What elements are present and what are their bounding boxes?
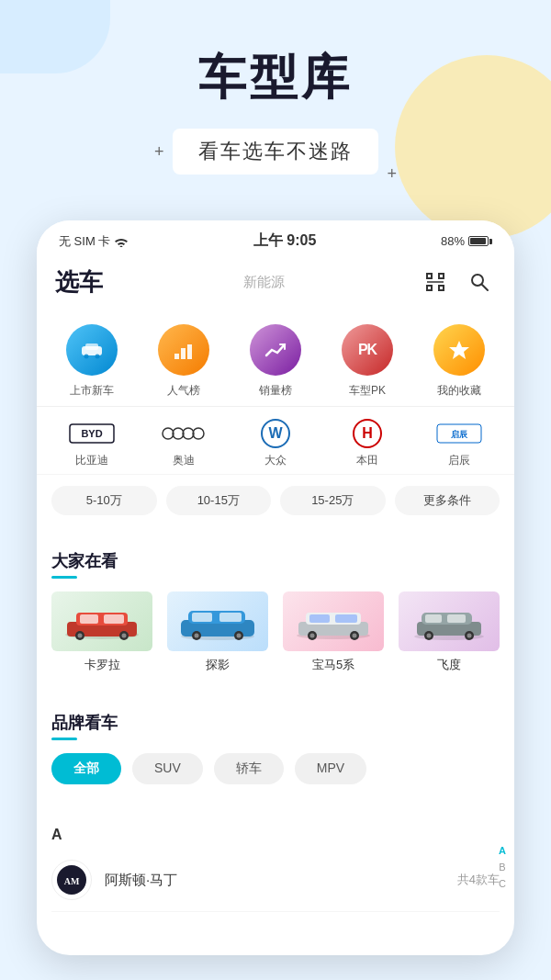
svg-text:H: H xyxy=(362,425,373,441)
filter-row: 5-10万 10-15万 15-25万 更多条件 xyxy=(37,474,514,526)
honda-name: 本田 xyxy=(356,453,378,468)
alpha-C[interactable]: C xyxy=(496,876,509,891)
favorites-label: 我的收藏 xyxy=(437,383,481,399)
nav-title: 选车 xyxy=(55,266,103,299)
svg-rect-2 xyxy=(439,274,444,278)
tab-mpv[interactable]: MPV xyxy=(295,753,366,784)
car-item-fit[interactable]: 飞度 xyxy=(399,591,500,673)
tab-all[interactable]: 全部 xyxy=(51,753,121,784)
corolla-name: 卡罗拉 xyxy=(84,657,120,673)
alpha-A[interactable]: A xyxy=(496,843,509,858)
tab-sedan[interactable]: 轿车 xyxy=(214,753,284,784)
subtitle-text: 看车选车不迷路 xyxy=(198,140,353,163)
svg-rect-59 xyxy=(447,614,466,623)
svg-point-18 xyxy=(163,428,174,439)
svg-rect-31 xyxy=(80,614,98,624)
scan-button[interactable] xyxy=(419,265,452,299)
filter-more[interactable]: 更多条件 xyxy=(395,486,500,515)
svg-text:BYD: BYD xyxy=(81,428,102,439)
svg-point-6 xyxy=(472,275,483,286)
trending-underline xyxy=(51,576,77,579)
fit-image xyxy=(399,591,500,651)
svg-point-20 xyxy=(183,428,194,439)
filter-10-15[interactable]: 10-15万 xyxy=(166,486,272,515)
status-bar: 无 SIM 卡 上午 9:05 88% xyxy=(37,220,514,258)
new-car-label: 上市新车 xyxy=(70,383,114,399)
fit-name: 飞度 xyxy=(437,657,461,673)
svg-point-21 xyxy=(193,428,204,439)
quick-item-popular[interactable]: 人气榜 xyxy=(158,324,209,399)
vw-logo: W xyxy=(253,420,298,447)
bmw5-image xyxy=(283,591,384,651)
svg-rect-3 xyxy=(427,286,432,290)
honda-logo: H xyxy=(344,420,390,447)
audi-name: 奥迪 xyxy=(173,453,195,468)
quick-item-new-car[interactable]: 上市新车 xyxy=(66,324,118,399)
svg-point-43 xyxy=(195,634,199,638)
car-item-tiguan[interactable]: 探影 xyxy=(167,591,268,673)
vw-name: 大众 xyxy=(264,453,287,468)
alpha-B[interactable]: B xyxy=(496,860,509,874)
brand-item-audi[interactable]: 奥迪 xyxy=(161,420,207,468)
svg-line-7 xyxy=(482,285,488,290)
car-item-bmw5[interactable]: 宝马5系 xyxy=(283,591,384,673)
quick-icons-row: 上市新车 人气榜 销量榜 xyxy=(37,310,514,406)
svg-marker-15 xyxy=(449,341,469,359)
star-icon xyxy=(446,337,472,363)
search-button[interactable] xyxy=(463,265,496,299)
car-scroll-list: 卡罗拉 探影 xyxy=(51,591,500,681)
aston-brand-name: 阿斯顿·马丁 xyxy=(105,872,457,889)
qichen-name: 启辰 xyxy=(448,453,470,468)
bmw5-name: 宝马5系 xyxy=(312,657,354,673)
favorites-icon-circle xyxy=(433,324,485,376)
nav-new-energy-tag[interactable]: 新能源 xyxy=(119,274,408,291)
svg-rect-50 xyxy=(335,614,357,623)
audi-logo xyxy=(161,420,207,447)
svg-point-61 xyxy=(427,634,432,638)
filter-15-25[interactable]: 15-25万 xyxy=(280,486,386,515)
quick-item-sales[interactable]: 销量榜 xyxy=(250,324,301,399)
svg-rect-49 xyxy=(309,614,330,623)
search-icon xyxy=(468,271,490,293)
tiguan-image xyxy=(167,591,268,651)
vw-logo-svg: W xyxy=(260,418,291,449)
aston-logo-svg: AM xyxy=(55,863,88,896)
svg-rect-41 xyxy=(219,613,242,622)
page-title: 车型库 xyxy=(37,46,514,110)
status-time: 上午 9:05 xyxy=(253,231,316,251)
pk-icon-circle: PK xyxy=(342,324,393,376)
brand-row: BYD 比亚迪 奥迪 W xyxy=(37,406,514,474)
svg-point-45 xyxy=(237,634,242,638)
svg-rect-12 xyxy=(174,354,179,359)
tab-suv[interactable]: SUV xyxy=(132,753,203,784)
brand-item-byd[interactable]: BYD 比亚迪 xyxy=(69,420,115,468)
quick-item-favorites[interactable]: 我的收藏 xyxy=(433,324,485,399)
svg-point-36 xyxy=(122,634,127,638)
brand-section: 品牌看车 全部 SUV 轿车 MPV xyxy=(37,697,514,806)
scan-icon xyxy=(424,271,446,293)
alpha-header-a: A xyxy=(51,821,500,849)
brand-item-vw[interactable]: W 大众 xyxy=(253,420,298,468)
sales-icon-circle xyxy=(250,324,301,376)
battery-icon xyxy=(468,236,492,246)
tiguan-name: 探影 xyxy=(206,657,230,673)
svg-text:AM: AM xyxy=(64,876,80,886)
trend-icon xyxy=(263,337,288,363)
trending-section: 大家在看 卡罗拉 xyxy=(37,535,514,688)
brand-item-qichen[interactable]: 启辰 启辰 xyxy=(436,420,482,468)
audi-logo-svg xyxy=(161,423,207,444)
pk-label: 车型PK xyxy=(349,383,386,399)
svg-point-0 xyxy=(120,245,123,247)
svg-point-63 xyxy=(467,634,472,638)
brand-item-honda[interactable]: H 本田 xyxy=(344,420,390,468)
aston-logo: AM xyxy=(51,860,92,900)
car-item-corolla[interactable]: 卡罗拉 xyxy=(51,591,152,673)
filter-5-10[interactable]: 5-10万 xyxy=(51,486,157,515)
quick-item-pk[interactable]: PK 车型PK xyxy=(342,324,393,399)
honda-logo-svg: H xyxy=(352,418,383,449)
brand-section-underline xyxy=(51,738,77,740)
brand-list-item-aston[interactable]: AM 阿斯顿·马丁 共4款车 xyxy=(51,849,500,912)
status-carrier: 无 SIM 卡 xyxy=(59,233,129,250)
svg-text:W: W xyxy=(268,425,283,441)
aston-count: 共4款车 xyxy=(457,872,500,888)
